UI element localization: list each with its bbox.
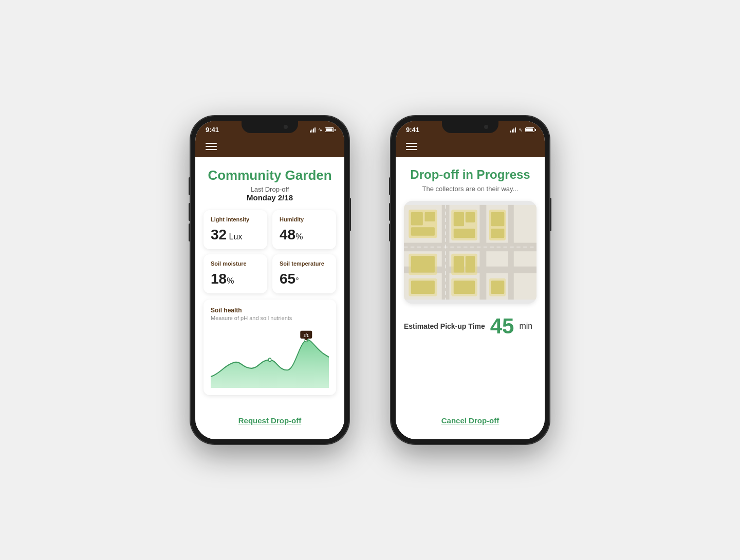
phone-1-wifi-icon: ∿	[318, 127, 322, 133]
phone-1-content: Community Garden Last Drop-off Monday 2/…	[195, 157, 344, 439]
phone-2-app-header	[396, 138, 545, 157]
phone-1-app-header	[195, 138, 344, 157]
pickup-value: 45	[490, 314, 514, 339]
sensor-card-moisture: Soil moisture 18%	[203, 254, 267, 293]
dropoff-title: Drop-off in Progress	[410, 167, 530, 182]
phone-1-hamburger-line-1	[206, 143, 217, 144]
chart-dot-1	[268, 358, 271, 362]
cancel-dropoff-button[interactable]: Cancel Drop-off	[441, 412, 499, 429]
garden-title: Community Garden	[208, 167, 331, 183]
phone-1-camera	[284, 125, 288, 129]
phone-1-signal-icon	[310, 127, 316, 133]
map-building-9	[411, 256, 435, 272]
map-svg	[404, 201, 536, 304]
chart-subtitle: Measure of pH and soil nutrients	[211, 315, 329, 321]
phones-container: 9:41 ∿	[0, 95, 740, 465]
phone-1-battery-icon	[325, 127, 334, 132]
last-dropoff-date: Monday 2/18	[247, 193, 293, 202]
chart-title: Soil health	[211, 307, 329, 314]
map-building-11	[466, 256, 475, 272]
map-container	[404, 201, 536, 304]
map-building-6	[454, 229, 475, 238]
map-building-4	[454, 212, 464, 227]
sensor-unit-moisture: %	[227, 276, 234, 285]
phone-2-status-bar: 9:41 ∿	[396, 121, 545, 138]
map-building-2	[425, 212, 435, 221]
sensor-value-temperature: 65°	[280, 271, 329, 287]
request-dropoff-button[interactable]: Request Drop-off	[238, 412, 302, 429]
sensor-label-moisture: Soil moisture	[211, 260, 260, 267]
map-road-v2	[479, 205, 486, 300]
sensor-value-moisture: 18%	[211, 271, 260, 287]
map-building-1	[411, 212, 423, 226]
phone-1-hamburger-line-2	[206, 146, 217, 147]
chart-area: 3/1	[211, 326, 329, 388]
map-building-3	[411, 227, 435, 236]
sensor-unit-temperature: °	[295, 276, 299, 285]
map-building-13	[454, 281, 475, 294]
sensor-card-light: Light intensity 32 Lux	[203, 210, 267, 249]
phone-2-time: 9:41	[406, 126, 419, 134]
map-building-12	[411, 281, 435, 294]
sensors-grid: Light intensity 32 Lux Humidity 48%	[203, 210, 336, 293]
map-building-7	[491, 212, 505, 227]
sensor-unit-light: Lux	[227, 232, 242, 241]
phone-2-menu-button[interactable]	[406, 143, 534, 150]
chart-svg: 3/1	[211, 326, 329, 388]
phone-2: 9:41 ∿	[391, 116, 550, 444]
pickup-unit: min	[519, 322, 532, 331]
chart-tooltip-label: 3/1	[304, 333, 309, 338]
phone-2-status-icons: ∿	[510, 127, 534, 133]
soil-health-chart-card: Soil health Measure of pH and soil nutri…	[203, 300, 336, 395]
sensor-label-humidity: Humidity	[280, 216, 329, 222]
sensor-card-humidity: Humidity 48%	[272, 210, 336, 249]
pickup-time-row: Estimated Pick-up Time 45 min	[404, 314, 536, 339]
phone-2-hamburger-line-3	[406, 149, 417, 150]
sensor-value-humidity: 48%	[280, 227, 329, 243]
last-dropoff-label: Last Drop-off	[251, 185, 289, 193]
pickup-label: Estimated Pick-up Time	[404, 322, 485, 330]
sensor-card-temperature: Soil temperature 65°	[272, 254, 336, 293]
sensor-label-temperature: Soil temperature	[280, 260, 329, 267]
map-building-8	[491, 229, 505, 238]
phone-1-time: 9:41	[206, 126, 219, 134]
phone-2-battery-icon	[525, 127, 534, 132]
phone-2-signal-icon	[510, 127, 516, 133]
map-building-5	[466, 212, 475, 222]
chart-fill	[211, 340, 329, 388]
phone-1: 9:41 ∿	[190, 116, 349, 444]
phone-2-hamburger-line-2	[406, 146, 417, 147]
phone-2-screen: 9:41 ∿	[396, 121, 545, 439]
sensor-value-light: 32 Lux	[211, 227, 260, 243]
phone-1-notch	[242, 121, 298, 133]
sensor-unit-humidity: %	[295, 232, 303, 241]
phone-2-notch	[442, 121, 498, 133]
phone-2-camera	[484, 125, 488, 129]
phone-1-status-icons: ∿	[310, 127, 334, 133]
map-building-10	[454, 256, 464, 272]
map-road-v3	[508, 205, 514, 300]
phone-2-wifi-icon: ∿	[519, 127, 523, 133]
phone-2-content: Drop-off in Progress The collectors are …	[396, 157, 545, 439]
phone-1-menu-button[interactable]	[206, 143, 334, 150]
sensor-label-light: Light intensity	[211, 216, 260, 222]
phone-1-status-bar: 9:41 ∿	[195, 121, 344, 138]
phone-1-screen: 9:41 ∿	[195, 121, 344, 439]
phone-1-hamburger-line-3	[206, 149, 217, 150]
dropoff-subtitle: The collectors are on their way...	[422, 185, 519, 193]
phone-2-hamburger-line-1	[406, 143, 417, 144]
map-building-14	[491, 281, 505, 294]
